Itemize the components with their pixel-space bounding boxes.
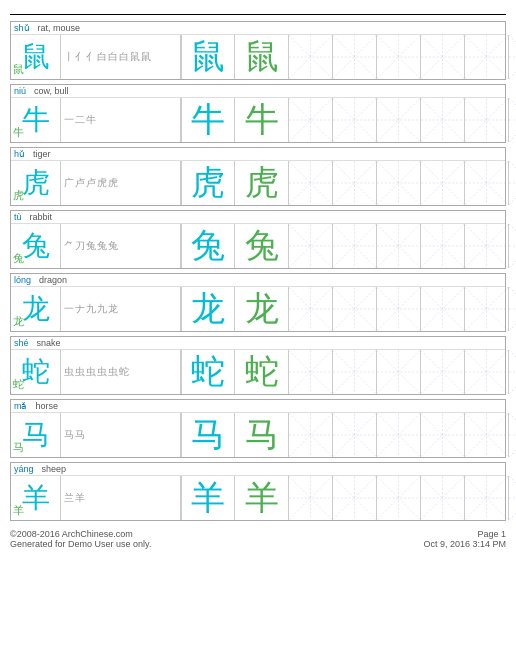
pinyin-label: shé xyxy=(14,338,29,348)
footer-left: ©2008-2016 ArchChinese.com Generated for… xyxy=(10,529,151,549)
practice-cell xyxy=(509,98,516,142)
practice-cell xyxy=(377,35,421,79)
char-row: yángsheep羊羊兰羊羊羊 xyxy=(10,462,506,521)
practice-cell xyxy=(289,350,333,394)
big-char-2: 龙 xyxy=(235,287,289,331)
big-char-2: 蛇 xyxy=(235,350,289,394)
big-char-2: 鼠 xyxy=(235,35,289,79)
small-ref-char: 马 xyxy=(13,440,24,455)
big-char-1: 羊 xyxy=(181,476,235,520)
practice-cell xyxy=(289,35,333,79)
meaning-label: dragon xyxy=(39,275,67,285)
small-ref-char: 虎 xyxy=(13,188,24,203)
stroke-sequence: 一ナ九九龙 xyxy=(61,287,181,331)
practice-cell xyxy=(333,476,377,520)
small-ref-char: 龙 xyxy=(13,314,24,329)
big-char-2: 马 xyxy=(235,413,289,457)
char-row: lóngdragon龙龙一ナ九九龙龙龙 xyxy=(10,273,506,332)
big-char-2: 虎 xyxy=(235,161,289,205)
big-char-2: 兔 xyxy=(235,224,289,268)
practice-cell xyxy=(333,413,377,457)
pinyin-label: mǎ xyxy=(14,401,28,411)
ref-char-cell: 鼠鼠 xyxy=(11,35,61,79)
practice-cell xyxy=(333,224,377,268)
stroke-sequence: 广卢卢虎虎 xyxy=(61,161,181,205)
practice-cell xyxy=(465,224,509,268)
pinyin-label: tù xyxy=(14,212,22,222)
practice-cell xyxy=(377,413,421,457)
practice-cell xyxy=(465,413,509,457)
practice-cell xyxy=(421,476,465,520)
big-ref-char: 鼠 xyxy=(22,43,50,71)
practice-cell xyxy=(465,476,509,520)
practice-cell xyxy=(377,287,421,331)
ref-char-cell: 龙龙 xyxy=(11,287,61,331)
practice-cell xyxy=(465,350,509,394)
ref-char-cell: 牛牛 xyxy=(11,98,61,142)
pinyin-label: lóng xyxy=(14,275,31,285)
stroke-sequence: 马马 xyxy=(61,413,181,457)
stroke-sequence: ⺈刀兔兔兔 xyxy=(61,224,181,268)
practice-cell xyxy=(509,161,516,205)
practice-cell xyxy=(465,35,509,79)
practice-cell xyxy=(421,287,465,331)
practice-cell xyxy=(421,98,465,142)
char-row: mǎhorse马马马马马马 xyxy=(10,399,506,458)
big-char-1: 马 xyxy=(181,413,235,457)
practice-cell xyxy=(421,350,465,394)
practice-cell xyxy=(377,476,421,520)
practice-cell xyxy=(289,413,333,457)
stroke-sequence: 兰羊 xyxy=(61,476,181,520)
practice-cell xyxy=(333,35,377,79)
char-row: niúcow, bull牛牛一二牛牛牛 xyxy=(10,84,506,143)
footer-right: Page 1 Oct 9, 2016 3:14 PM xyxy=(423,529,506,549)
meaning-label: tiger xyxy=(33,149,51,159)
practice-cell xyxy=(465,287,509,331)
big-char-1: 虎 xyxy=(181,161,235,205)
ref-char-cell: 马马 xyxy=(11,413,61,457)
meaning-label: rat, mouse xyxy=(38,23,81,33)
char-row: shésnake蛇蛇虫虫虫虫虫蛇蛇蛇 xyxy=(10,336,506,395)
stroke-sequence: 丨亻亻白白白鼠鼠 xyxy=(61,35,181,79)
practice-cell xyxy=(509,287,516,331)
big-ref-char: 蛇 xyxy=(22,358,50,386)
small-ref-char: 鼠 xyxy=(13,62,24,77)
meaning-label: cow, bull xyxy=(34,86,69,96)
practice-cell xyxy=(333,98,377,142)
big-char-1: 牛 xyxy=(181,98,235,142)
big-char-1: 蛇 xyxy=(181,350,235,394)
practice-cell xyxy=(509,413,516,457)
practice-cell xyxy=(289,287,333,331)
big-char-2: 羊 xyxy=(235,476,289,520)
big-char-2: 牛 xyxy=(235,98,289,142)
practice-cell xyxy=(421,413,465,457)
footer: ©2008-2016 ArchChinese.com Generated for… xyxy=(10,529,506,549)
big-ref-char: 马 xyxy=(22,421,50,449)
practice-cell xyxy=(509,224,516,268)
pinyin-label: niú xyxy=(14,86,26,96)
practice-cell xyxy=(421,224,465,268)
big-ref-char: 牛 xyxy=(22,106,50,134)
pinyin-label: shǔ xyxy=(14,23,30,33)
big-ref-char: 虎 xyxy=(22,169,50,197)
ref-char-cell: 兔兔 xyxy=(11,224,61,268)
big-char-1: 兔 xyxy=(181,224,235,268)
stroke-sequence: 虫虫虫虫虫蛇 xyxy=(61,350,181,394)
practice-cell xyxy=(377,161,421,205)
practice-cell xyxy=(465,98,509,142)
practice-cell xyxy=(377,350,421,394)
meaning-label: horse xyxy=(36,401,59,411)
small-ref-char: 牛 xyxy=(13,125,24,140)
small-ref-char: 兔 xyxy=(13,251,24,266)
meaning-label: snake xyxy=(37,338,61,348)
meaning-label: rabbit xyxy=(30,212,53,222)
ref-char-cell: 羊羊 xyxy=(11,476,61,520)
char-row: tùrabbit兔兔⺈刀兔兔兔兔兔 xyxy=(10,210,506,269)
practice-cell xyxy=(289,476,333,520)
ref-char-cell: 蛇蛇 xyxy=(11,350,61,394)
meaning-label: sheep xyxy=(42,464,67,474)
practice-cell xyxy=(333,350,377,394)
small-ref-char: 羊 xyxy=(13,503,24,518)
practice-cell xyxy=(465,161,509,205)
practice-cell xyxy=(421,161,465,205)
